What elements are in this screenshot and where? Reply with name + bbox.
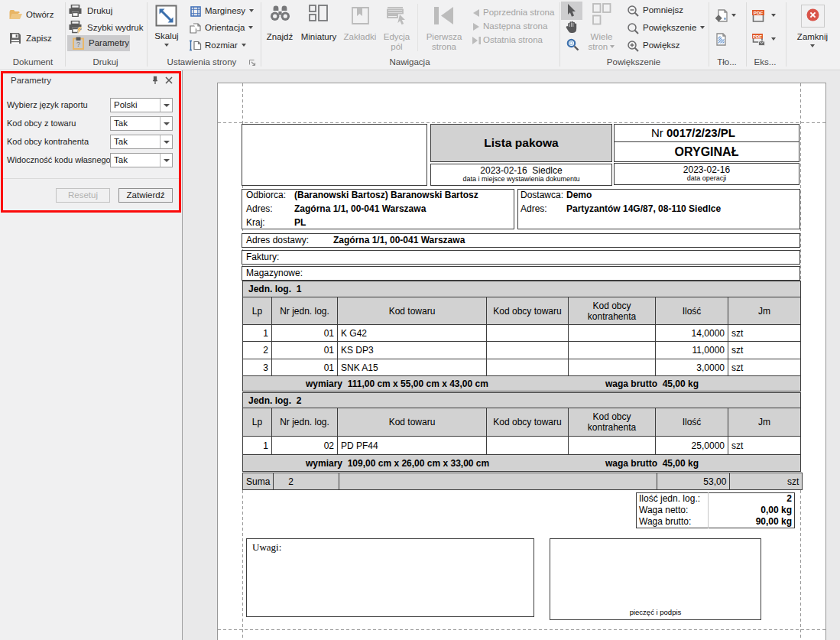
svg-text:PDF: PDF — [753, 34, 762, 39]
svg-text:?: ? — [76, 41, 80, 48]
svg-text:PDF: PDF — [754, 10, 764, 15]
